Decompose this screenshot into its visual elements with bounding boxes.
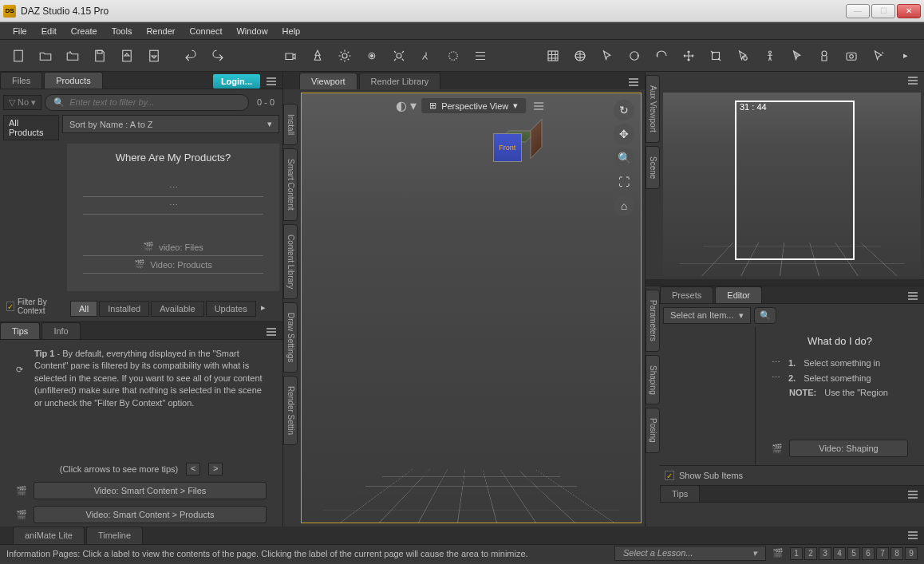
orbit-control-icon[interactable]: ↻ <box>614 100 634 120</box>
close-button[interactable]: ✕ <box>897 4 921 18</box>
tab-products[interactable]: Products <box>44 72 102 89</box>
page-3[interactable]: 3 <box>819 547 831 560</box>
primitive-icon[interactable] <box>441 44 465 68</box>
menu-tools[interactable]: Tools <box>105 25 139 37</box>
page-7[interactable]: 7 <box>876 547 889 560</box>
editor-search-button[interactable]: 🔍 <box>754 307 776 324</box>
aux-menu-icon[interactable] <box>905 73 921 88</box>
video-products-row[interactable]: 🎬Video: Products <box>83 256 263 274</box>
tab-animate[interactable]: aniMate Lite <box>13 527 85 544</box>
tips-menu-icon[interactable] <box>263 325 279 339</box>
filter-tab-installed[interactable]: Installed <box>99 301 149 317</box>
minimize-button[interactable]: — <box>846 4 870 18</box>
tab-tips-right[interactable]: Tips <box>660 485 700 502</box>
video-files-row[interactable]: 🎬video: Files <box>83 239 263 256</box>
page-4[interactable]: 4 <box>833 547 846 560</box>
export-icon[interactable] <box>142 44 166 68</box>
redo-icon[interactable] <box>206 44 230 68</box>
open-recent-icon[interactable] <box>61 44 85 68</box>
pose-tool-icon[interactable] <box>758 44 782 68</box>
pan-control-icon[interactable]: ✥ <box>614 124 634 144</box>
side-tab-scene[interactable]: Scene <box>646 146 660 189</box>
side-tab-aux-viewport[interactable]: Aux Viewport <box>646 75 660 143</box>
filter-tab-all[interactable]: All <box>70 301 97 317</box>
scale-tool-icon[interactable] <box>704 44 728 68</box>
maximize-button[interactable]: ☐ <box>871 4 895 18</box>
video-files-link[interactable]: ⋯ <box>83 179 263 197</box>
tips-right-menu-icon[interactable] <box>905 487 921 502</box>
sphere-shading-icon[interactable]: ◐ ▾ <box>396 98 417 113</box>
side-tab-smart-content[interactable]: Smart Content <box>283 148 298 220</box>
import-icon[interactable] <box>115 44 139 68</box>
show-sub-items-checkbox[interactable]: Show Sub Items <box>660 465 924 485</box>
video-shaping-link[interactable]: Video: Shaping <box>789 440 908 457</box>
tab-presets[interactable]: Presets <box>660 286 713 303</box>
tab-editor[interactable]: Editor <box>715 286 762 303</box>
filter-tab-arrow-icon[interactable]: ▸ <box>258 301 269 317</box>
main-viewport[interactable]: ◐ ▾ ⊞ Perspective View ▾ Front ↻ ✥ 🔍 ⛶ ⌂ <box>301 93 642 523</box>
panel-splitter[interactable] <box>646 279 924 286</box>
page-8[interactable]: 8 <box>890 547 903 560</box>
login-button[interactable]: Login... <box>213 74 260 89</box>
camera-add-icon[interactable] <box>278 44 302 68</box>
bottom-menu-icon[interactable] <box>905 528 921 542</box>
filter-tab-updates[interactable]: Updates <box>206 301 256 317</box>
panel-menu-icon[interactable] <box>263 74 279 89</box>
save-icon[interactable] <box>88 44 112 68</box>
tab-viewport[interactable]: Viewport <box>299 73 357 89</box>
lesson-dropdown[interactable]: Select a Lesson...▾ <box>614 546 766 561</box>
tab-info[interactable]: Info <box>41 322 80 339</box>
surface-tool-icon[interactable] <box>785 44 809 68</box>
menu-connect[interactable]: Connect <box>184 25 229 37</box>
filter-input-field[interactable] <box>69 97 240 107</box>
filter-type-dropdown[interactable]: ▽ No ▾ <box>3 95 41 110</box>
tab-timeline[interactable]: Timeline <box>86 527 143 544</box>
null-icon[interactable] <box>414 44 438 68</box>
page-5[interactable]: 5 <box>847 547 860 560</box>
side-tab-content-library[interactable]: Content Library <box>283 224 298 299</box>
tips-next-button[interactable]: > <box>208 463 223 475</box>
region-tool-icon[interactable] <box>812 44 836 68</box>
menu-render[interactable]: Render <box>140 25 181 37</box>
video-files-link-2[interactable]: ⋯ <box>83 197 263 215</box>
tips-prev-button[interactable]: < <box>186 463 200 475</box>
filter-search-input[interactable]: 🔍 <box>45 94 249 111</box>
side-tab-posing[interactable]: Posing <box>646 408 660 453</box>
toolbar-arrow-icon[interactable]: ▸ <box>894 44 918 68</box>
editor-menu-icon[interactable] <box>905 289 921 303</box>
video-link-products[interactable]: Video: Smart Content > Products <box>34 506 267 523</box>
reset-control-icon[interactable]: ⌂ <box>614 195 634 216</box>
page-9[interactable]: 9 <box>905 547 918 560</box>
zoom-control-icon[interactable]: 🔍 <box>614 148 634 168</box>
tab-tips[interactable]: Tips <box>0 322 40 339</box>
spotlight-icon[interactable] <box>306 44 330 68</box>
lesson-video-icon[interactable]: 🎬 <box>772 548 784 558</box>
menu-help[interactable]: Help <box>276 25 307 37</box>
select-item-dropdown[interactable]: Select an Item...▾ <box>663 307 751 324</box>
tab-files[interactable]: Files <box>0 72 42 89</box>
filter-by-context-checkbox[interactable]: Filter By Context <box>3 294 67 318</box>
sort-dropdown[interactable]: Sort by Name : A to Z▾ <box>62 115 279 133</box>
spot-render-icon[interactable] <box>839 44 863 68</box>
side-tab-draw-settings[interactable]: Draw Settings <box>283 302 298 373</box>
page-1[interactable]: 1 <box>790 547 803 560</box>
view-mode-dropdown[interactable]: ⊞ Perspective View ▾ <box>421 98 526 113</box>
open-file-icon[interactable] <box>34 44 57 68</box>
distant-light-icon[interactable] <box>333 44 357 68</box>
menu-window[interactable]: Window <box>230 25 274 37</box>
translate-tool-icon[interactable] <box>677 44 701 68</box>
side-tab-install[interactable]: Install <box>283 104 298 145</box>
menu-file[interactable]: File <box>6 25 34 37</box>
universal-tool-icon[interactable] <box>731 44 755 68</box>
page-6[interactable]: 6 <box>862 547 875 560</box>
orbit-tool-icon[interactable] <box>650 44 673 68</box>
new-file-icon[interactable] <box>6 44 30 68</box>
tab-render-library[interactable]: Render Library <box>359 73 441 89</box>
menu-edit[interactable]: Edit <box>35 25 63 37</box>
more-tools-icon[interactable] <box>867 44 890 68</box>
grid-icon[interactable] <box>541 44 565 68</box>
align-icon[interactable] <box>468 44 492 68</box>
video-link-files[interactable]: Video: Smart Content > Files <box>34 482 267 499</box>
undo-icon[interactable] <box>179 44 203 68</box>
point-light-icon[interactable] <box>360 44 384 68</box>
